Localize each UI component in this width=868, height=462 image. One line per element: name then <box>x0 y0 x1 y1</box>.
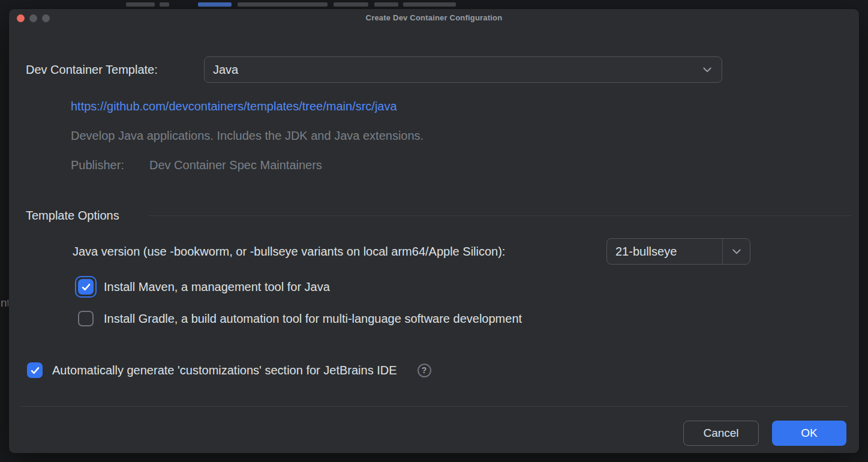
java-version-value: 21-bullseye <box>607 245 677 259</box>
background-link-blur <box>198 2 232 7</box>
template-source-link[interactable]: https://github.com/devcontainers/templat… <box>71 98 397 115</box>
help-icon[interactable]: ? <box>418 364 431 377</box>
background-text-blur <box>126 2 155 7</box>
minimize-button[interactable] <box>29 14 37 22</box>
cancel-button[interactable]: Cancel <box>683 421 759 446</box>
background-text-blur <box>374 2 398 7</box>
background-text-blur <box>238 2 328 7</box>
background-window <box>0 0 868 8</box>
ok-button[interactable]: OK <box>772 421 846 446</box>
close-button[interactable] <box>17 14 25 22</box>
java-version-select[interactable]: 21-bullseye <box>606 238 750 265</box>
install-maven-label[interactable]: Install Maven, a management tool for Jav… <box>104 279 330 295</box>
publisher-row: Publisher: Dev Container Spec Maintainer… <box>71 157 322 173</box>
dev-container-template-select[interactable]: Java <box>204 56 722 83</box>
dialog-titlebar[interactable]: Create Dev Container Configuration <box>9 9 859 27</box>
gradle-checkbox-row: Install Gradle, a build automation tool … <box>78 311 522 326</box>
publisher-label: Publisher: <box>71 157 124 173</box>
install-gradle-checkbox[interactable] <box>78 311 94 326</box>
checkbox-focus-ring <box>75 276 97 298</box>
template-label: Dev Container Template: <box>26 56 158 83</box>
publisher-value: Dev Container Spec Maintainers <box>149 157 322 173</box>
screen: nt Create Dev Container Configuration De… <box>0 0 868 462</box>
install-maven-checkbox[interactable] <box>78 279 94 295</box>
check-icon <box>30 365 40 376</box>
generate-customizations-label[interactable]: Automatically generate 'customizations' … <box>52 362 397 378</box>
template-options-title: Template Options <box>26 207 119 224</box>
install-gradle-label[interactable]: Install Gradle, a build automation tool … <box>104 311 522 326</box>
generate-customizations-checkbox[interactable] <box>27 362 43 378</box>
maven-checkbox-row: Install Maven, a management tool for Jav… <box>75 276 330 298</box>
check-icon <box>81 282 91 292</box>
window-controls <box>17 14 50 22</box>
template-description: Develop Java applications. Includes the … <box>71 127 424 144</box>
background-text-blur <box>334 2 368 7</box>
customizations-checkbox-row: Automatically generate 'customizations' … <box>27 362 431 378</box>
section-divider <box>149 215 851 216</box>
chevron-down-icon <box>722 239 750 264</box>
java-version-label: Java version (use -bookworm, or -bullsey… <box>73 238 505 265</box>
footer-divider <box>21 406 849 407</box>
chevron-down-icon <box>700 62 714 77</box>
window-title: Create Dev Container Configuration <box>9 9 859 27</box>
background-text-blur <box>403 2 456 7</box>
create-dev-container-dialog: Create Dev Container Configuration Dev C… <box>8 8 860 454</box>
template-select-value: Java <box>213 63 238 77</box>
background-text-blur <box>160 2 169 7</box>
zoom-button[interactable] <box>42 14 50 22</box>
